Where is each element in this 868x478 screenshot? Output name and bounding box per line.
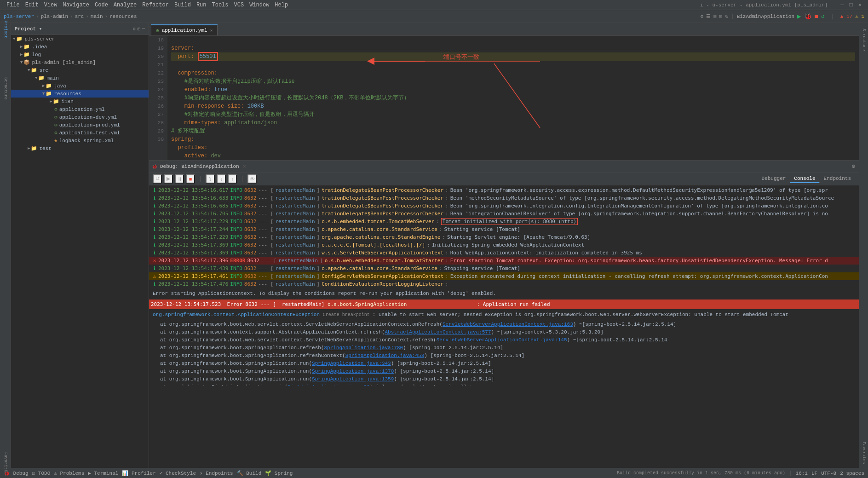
debug-settings-icon[interactable]: ⚙ — [852, 163, 855, 170]
tree-item-logback[interactable]: ◈ logback-spring.xml — [11, 137, 149, 144]
structure-label[interactable]: Structure — [861, 25, 867, 55]
stop-btn[interactable]: ■ — [815, 13, 818, 20]
checkstyle-btn[interactable]: ✓ CheckStyle — [160, 470, 196, 476]
maximize-btn[interactable]: □ — [847, 2, 856, 8]
tree-item-admin[interactable]: ▼ 📦 pls-admin [pls_admin] — [11, 58, 149, 66]
menu-code[interactable]: Code — [92, 2, 111, 8]
tree-item-resources[interactable]: ▼ 📁 resources — [11, 90, 149, 98]
project-tree[interactable]: ▼ 📁 pls-server ▶ 📁 .idea ▶ 📁 log ▼ 📦 pls… — [11, 35, 149, 468]
tree-item-application-test[interactable]: ⚙ application-test.yml — [11, 129, 149, 137]
menu-analyze[interactable]: Analyze — [111, 2, 139, 8]
menu-tools[interactable]: Tools — [209, 2, 231, 8]
folder-icon-test: 📁 — [31, 145, 37, 151]
console-output[interactable]: ℹ 2023-12-12 13:54:16.617 INFO 8632 --- … — [149, 185, 859, 386]
tree-item-application-prod[interactable]: ⚙ application-prod.yml — [11, 121, 149, 129]
encoding-indicator: UTF-8 — [821, 471, 836, 476]
run-btn[interactable]: ▶ — [797, 12, 801, 20]
toolbar-icon-list[interactable]: ☰ — [706, 13, 711, 19]
debug-stop-btn[interactable]: ■ — [186, 174, 195, 184]
menu-refactor[interactable]: Refactor — [139, 2, 172, 8]
tree-item-application-yml[interactable]: ⚙ application.yml — [11, 105, 149, 113]
tree-item-java[interactable]: ▶ 📁 java — [11, 82, 149, 90]
debug-restart-btn[interactable]: ↺ — [153, 174, 162, 184]
menu-edit[interactable]: Edit — [23, 2, 41, 8]
tree-item-server[interactable]: ▼ 📁 pls-server — [11, 35, 149, 43]
menu-run[interactable]: Run — [194, 2, 209, 8]
favorites-right-label[interactable]: Favorites — [861, 438, 867, 468]
left-icon-favorites[interactable]: Favorites — [2, 459, 9, 468]
toolbar-icon-settings[interactable]: ⚙ — [701, 13, 704, 19]
close-btn[interactable]: ✕ — [856, 1, 864, 8]
debug-status-btn[interactable]: 🐞 Debug — [4, 470, 29, 476]
tab-close-btn[interactable]: ✕ — [210, 28, 213, 33]
debug-step-over-btn[interactable]: ⤵ — [206, 174, 215, 184]
breadcrumb-item-main[interactable]: main — [91, 14, 103, 19]
yaml-icon-prod: ⚙ — [54, 122, 57, 128]
debug-panel-title: Debug: BizAdminApplication — [160, 164, 239, 169]
log-line-1: ℹ 2023-12-12 13:54:16.617 INFO 8632 --- … — [149, 186, 859, 194]
link-main[interactable]: BizAdminApplication.java:22 — [287, 384, 369, 386]
menu-view[interactable]: View — [41, 2, 60, 8]
panel-icon-expand[interactable]: ⊞ — [138, 26, 140, 32]
breadcrumb-item-admin[interactable]: pls-admin — [41, 14, 68, 19]
profiler-btn[interactable]: 📊 Profiler — [122, 470, 155, 476]
link-refresh-ctx[interactable]: SpringApplication.java:453 — [345, 353, 425, 358]
breadcrumb-item-server[interactable]: pls-server — [4, 14, 34, 19]
link-run-3[interactable]: SpringApplication.java:1359 — [312, 376, 394, 382]
menu-build[interactable]: Build — [172, 2, 194, 8]
debug-btn[interactable]: 🐞 — [804, 12, 812, 20]
link-onrefresh[interactable]: ServletWebServerApplicationContext.java:… — [443, 322, 573, 327]
tree-item-test[interactable]: ▶ 📁 test — [11, 144, 149, 152]
breadcrumb-item-src[interactable]: src — [75, 14, 84, 19]
debug-tab-endpoints[interactable]: Endpoints — [820, 174, 855, 183]
debug-panel: 🐞 Debug: BizAdminApplication ✕ ⚙ ↺ ▶ ⏸ ■… — [149, 160, 859, 386]
tree-item-application-dev[interactable]: ⚙ application-dev.yml — [11, 113, 149, 121]
tree-item-log[interactable]: ▶ 📁 log — [11, 51, 149, 58]
editor-code[interactable]: server: port: 55501 compression: #是否对响应数… — [167, 36, 859, 160]
left-icon-structure[interactable]: Structure — [2, 84, 9, 93]
link-run-1[interactable]: SpringApplication.java:343 — [312, 361, 391, 366]
problems-btn[interactable]: ⚠ Problems — [54, 470, 84, 476]
main-layout: Project Structure Favorites Project ▾ ⚙ … — [0, 23, 868, 468]
link-run-2[interactable]: SpringApplication.java:1370 — [312, 369, 394, 374]
menu-navigate[interactable]: Navigate — [60, 2, 92, 8]
toolbar-icon-expand[interactable]: ⊞ — [713, 13, 717, 19]
tree-item-i18n[interactable]: ▶ 📁 i18n — [11, 98, 149, 105]
todo-btn[interactable]: ☑ TODO — [32, 470, 51, 476]
tree-item-main[interactable]: ▼ 📁 main — [11, 74, 149, 82]
toolbar-icon-collapse[interactable]: ⊟ — [719, 13, 723, 19]
debug-view-btn[interactable]: 👁 — [247, 174, 257, 184]
link-servlet-refresh[interactable]: ServletWebServerApplicationContext.java:… — [437, 337, 567, 343]
tree-item-src[interactable]: ▼ 📁 src — [11, 66, 149, 74]
menu-vcs[interactable]: VCS — [231, 2, 247, 8]
error-line-1: Error starting ApplicationContext. To di… — [153, 290, 855, 298]
breadcrumb-item-resources[interactable]: resources — [109, 14, 137, 19]
link-springapp-refresh[interactable]: SpringApplication.java:780 — [324, 345, 403, 351]
menu-file[interactable]: File — [4, 2, 23, 8]
link-refresh[interactable]: AbstractApplicationContext.java:577 — [385, 329, 491, 335]
debug-pause-btn[interactable]: ⏸ — [175, 174, 184, 184]
tree-item-idea[interactable]: ▶ 📁 .idea — [11, 43, 149, 51]
panel-icon-collapse[interactable]: ─ — [142, 26, 145, 32]
rerun-btn[interactable]: ↺ — [821, 13, 824, 20]
endpoints-btn[interactable]: ⚡ Endpoints — [200, 470, 233, 476]
build-btn[interactable]: 🔨 Build — [237, 470, 262, 476]
exception-class-link[interactable]: org.springframework.context.ApplicationC… — [153, 312, 320, 317]
create-breakpoint-btn[interactable]: Create breakpoint — [323, 312, 373, 317]
terminal-btn[interactable]: ▶ Terminal — [88, 470, 118, 476]
spring-btn[interactable]: 🌱 Spring — [265, 470, 293, 476]
debug-resume-btn[interactable]: ▶ — [164, 174, 173, 184]
debug-tab-console[interactable]: Console — [790, 174, 819, 183]
minimize-btn[interactable]: ─ — [838, 2, 846, 8]
menu-window[interactable]: Window — [247, 2, 272, 8]
debug-step-out-btn[interactable]: ↑ — [228, 174, 237, 184]
xml-icon-logback: ◈ — [54, 138, 57, 144]
toolbar-icon-refresh[interactable]: ↻ — [725, 13, 728, 19]
menu-help[interactable]: Help — [272, 2, 291, 8]
left-icon-project[interactable]: Project — [2, 25, 9, 34]
panel-icon-gear[interactable]: ⚙ — [133, 26, 136, 32]
title-text: i - u-server - application.yml [pls_admi… — [697, 2, 830, 8]
debug-step-into-btn[interactable]: ↓ — [217, 174, 226, 184]
tab-application-yml[interactable]: ⚙ application.yml ✕ — [151, 24, 218, 35]
debug-tab-debugger[interactable]: Debugger — [758, 174, 790, 183]
